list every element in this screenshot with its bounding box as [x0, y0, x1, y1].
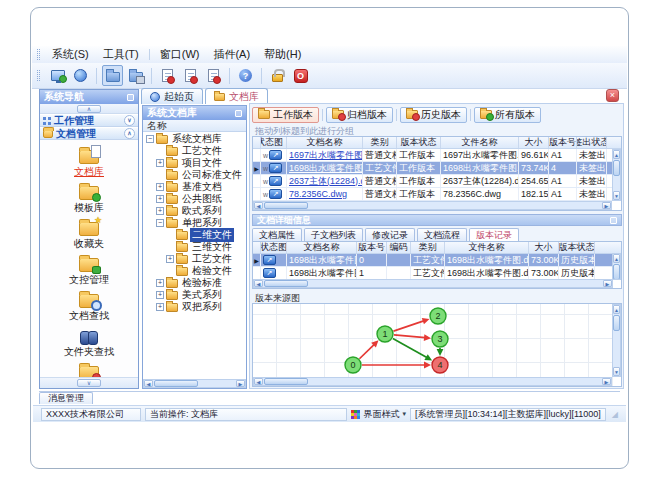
tree-toggle-expand[interactable]: +: [156, 291, 164, 299]
column-header-签出状态[interactable]: 签出状态: [577, 137, 607, 148]
network-button[interactable]: [70, 65, 91, 86]
column-header-类别[interactable]: 类别: [411, 242, 445, 253]
exit-button[interactable]: O: [290, 65, 311, 86]
menu-item-3[interactable]: 窗口(W): [153, 46, 207, 63]
tree-toggle-expand[interactable]: +: [156, 195, 164, 203]
document-link[interactable]: 1698出水嘴零件图.dwg: [289, 162, 363, 174]
close-tab-button[interactable]: ×: [606, 89, 619, 102]
menu-item-5[interactable]: 帮助(H): [257, 46, 308, 63]
menu-item-1[interactable]: 系统(S): [45, 46, 96, 63]
column-header-状态图[interactable]: 状态图▲: [261, 137, 287, 148]
column-header-文件名称[interactable]: 文件名称: [441, 137, 519, 148]
column-header-编码[interactable]: 编码: [387, 242, 411, 253]
scrollbar-thumb[interactable]: [613, 264, 620, 280]
scrollbar-thumb[interactable]: [264, 378, 308, 385]
sidebar-item-文档库[interactable]: 文档库: [43, 145, 135, 179]
tab-doclib[interactable]: 文档库: [205, 88, 268, 104]
sync-button[interactable]: [47, 65, 68, 86]
message-button-3[interactable]: [203, 65, 224, 86]
table-row[interactable]: ▶w↗1698出水嘴零件图.dwg工艺文件工作版本1698出水嘴零件图.dwg7…: [253, 162, 621, 175]
graph-horizontal-scrollbar[interactable]: ◀▶: [253, 377, 612, 386]
column-header-版本号[interactable]: 版本号: [549, 137, 577, 148]
tree-node[interactable]: +双把系列: [143, 301, 246, 313]
scroll-right-arrow[interactable]: ▶: [236, 380, 245, 387]
document-link[interactable]: 2637主体(12284).dwg: [289, 175, 363, 187]
column-header-文件名称[interactable]: 文件名称: [445, 242, 529, 253]
document-library-button[interactable]: [102, 65, 123, 86]
tab-message-management[interactable]: 消息管理: [39, 392, 93, 404]
table-row[interactable]: w↗1697出水嘴零件图.dwg普通文档工作版本1697出水嘴零件图.dwg96…: [253, 149, 621, 162]
button-工作版本[interactable]: 工作版本: [252, 107, 319, 123]
button-所有版本[interactable]: 所有版本: [474, 107, 541, 123]
message-button-1[interactable]: [157, 65, 178, 86]
button-归档版本[interactable]: 归档版本: [326, 107, 393, 123]
scroll-left-arrow[interactable]: ◀: [144, 380, 153, 387]
sidebar-item-签出的文档[interactable]: 签出的文档: [43, 361, 135, 377]
tree-toggle-collapse[interactable]: −: [156, 219, 164, 227]
collapse-button[interactable]: ∧: [77, 105, 101, 113]
detail-tab-子文档列表[interactable]: 子文档列表: [304, 228, 363, 241]
chevron-up-icon[interactable]: ∧: [124, 128, 135, 139]
pin-icon[interactable]: [127, 94, 134, 101]
scroll-left-arrow[interactable]: ◀: [254, 202, 263, 209]
table-row[interactable]: w↗78.2356C.dwg普通文档工作版本78.2356C.dwg182.15…: [253, 188, 621, 201]
chevron-down-icon[interactable]: ∨: [124, 115, 135, 126]
table-horizontal-scrollbar[interactable]: ◀▶: [253, 279, 613, 288]
document-link[interactable]: 1697出水嘴零件图.dwg: [289, 149, 363, 161]
table-vertical-scrollbar[interactable]: ▲▼: [612, 149, 621, 201]
table-vertical-scrollbar[interactable]: ▲▼: [612, 253, 621, 280]
scroll-down-button[interactable]: ∨: [77, 379, 101, 387]
button-历史版本[interactable]: 历史版本: [400, 107, 467, 123]
tree-toggle-expand[interactable]: +: [156, 303, 164, 311]
tree-toggle-collapse[interactable]: −: [146, 135, 154, 143]
sidebar-item-文档查找[interactable]: 文档查找: [43, 289, 135, 323]
scroll-left-arrow[interactable]: ◀: [254, 280, 263, 287]
scroll-right-arrow[interactable]: ▶: [603, 280, 612, 287]
tree-column-header[interactable]: 名称: [143, 120, 246, 132]
scroll-left-arrow[interactable]: ◀: [254, 378, 263, 385]
column-header-版本状态[interactable]: 版本状态: [397, 137, 441, 148]
scroll-down-arrow[interactable]: ▼: [613, 191, 620, 200]
scrollbar-thumb[interactable]: [613, 160, 620, 176]
pin-icon[interactable]: [235, 110, 242, 117]
scroll-right-arrow[interactable]: ▶: [602, 202, 611, 209]
tree-toggle-expand[interactable]: +: [166, 255, 174, 263]
resize-grip[interactable]: ◢: [612, 410, 618, 419]
scroll-up-arrow[interactable]: ▲: [613, 254, 620, 263]
menu-grip[interactable]: [37, 49, 40, 60]
graph-vertical-scrollbar[interactable]: ▲▼: [612, 304, 621, 377]
message-button-2[interactable]: [180, 65, 201, 86]
table-row[interactable]: w↗2637主体(12284).dwg普通文档工作版本2637主体(12284)…: [253, 175, 621, 188]
scrollbar-thumb[interactable]: [613, 315, 620, 331]
tab-start[interactable]: 起始页: [141, 88, 203, 104]
sidebar-item-文件夹查找[interactable]: 文件夹查找: [43, 325, 135, 359]
tree-toggle-expand[interactable]: +: [156, 159, 164, 167]
sidebar-item-文控管理[interactable]: 文控管理: [43, 253, 135, 287]
tree-toggle-expand[interactable]: +: [156, 183, 164, 191]
detail-tab-文档流程[interactable]: 文档流程: [417, 228, 467, 241]
help-button[interactable]: ?: [235, 65, 256, 86]
interface-style-button[interactable]: 界面样式 ▾: [351, 408, 406, 421]
sidebar-section-work[interactable]: 工作管理 ∨: [40, 114, 138, 127]
lock-button[interactable]: [267, 65, 288, 86]
scrollbar-thumb[interactable]: [264, 202, 308, 209]
menu-item-4[interactable]: 插件(A): [206, 46, 257, 63]
tree-toggle-expand[interactable]: +: [156, 279, 164, 287]
detail-tab-修改记录[interactable]: 修改记录: [365, 228, 415, 241]
workspace-button[interactable]: [125, 65, 146, 86]
scroll-up-arrow[interactable]: ▲: [613, 305, 620, 314]
sidebar-section-document[interactable]: 文档管理 ∧: [40, 127, 138, 140]
sidebar-item-模板库[interactable]: 模板库: [43, 181, 135, 215]
scroll-down-arrow[interactable]: ▼: [613, 367, 620, 376]
tree-horizontal-scrollbar[interactable]: ◀▶: [143, 379, 246, 388]
column-header-文档名称[interactable]: 文档名称: [287, 137, 363, 148]
column-header-文档名称[interactable]: 文档名称: [287, 242, 357, 253]
tree-toggle-expand[interactable]: +: [156, 207, 164, 215]
column-header-版本状态[interactable]: 版本状态: [559, 242, 595, 253]
column-header-大小[interactable]: 大小: [519, 137, 549, 148]
menu-item-2[interactable]: 工具(T): [96, 46, 146, 63]
scroll-right-arrow[interactable]: ▶: [602, 378, 611, 385]
detail-tab-文档属性[interactable]: 文档属性: [252, 228, 302, 241]
table-horizontal-scrollbar[interactable]: ◀▶: [253, 201, 612, 210]
toolbar-grip[interactable]: [37, 70, 40, 81]
